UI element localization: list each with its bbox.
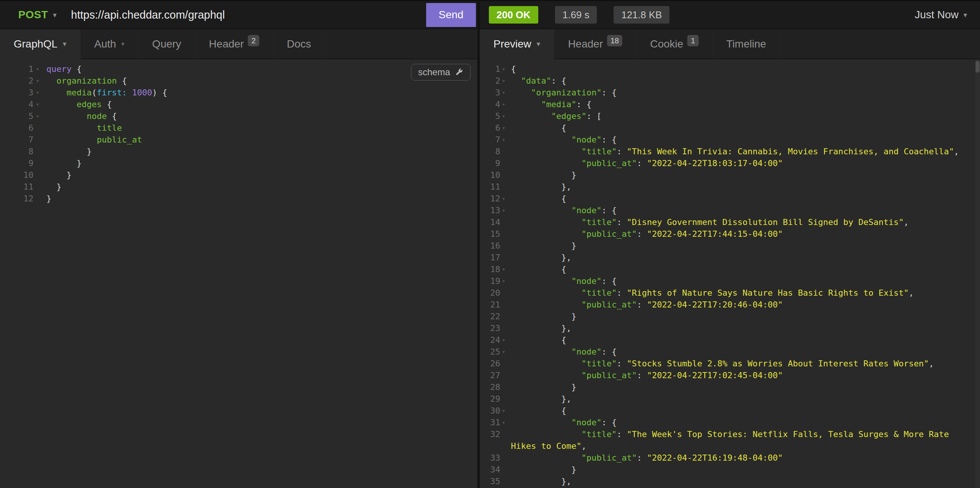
fold-caret-icon[interactable]: ▾ xyxy=(33,110,46,122)
code-line: 9 } xyxy=(0,157,477,169)
code-line: 20 "title": "Rights of Nature Says Natur… xyxy=(480,287,980,299)
tab-auth[interactable]: Auth ▾ xyxy=(81,29,139,59)
line-number: 18 xyxy=(480,263,500,275)
fold-caret-icon[interactable]: ▾ xyxy=(500,263,511,275)
fold-caret-icon[interactable]: ▾ xyxy=(500,205,511,216)
response-preview-editor[interactable]: 1▾{2▾ "data": {3▾ "organization": {4▾ "m… xyxy=(480,59,980,488)
code-line: 26 "title": "Stocks Stumble 2.8% as Worr… xyxy=(480,358,980,369)
line-number: 14 xyxy=(480,216,500,228)
chevron-down-icon[interactable]: ▾ xyxy=(53,11,57,19)
code-text: "edges": [ xyxy=(511,110,601,122)
line-number: 34 xyxy=(480,464,500,475)
code-line: 17 }, xyxy=(480,251,980,263)
fold-caret-placeholder xyxy=(500,475,511,487)
line-number: 22 xyxy=(480,310,500,322)
code-line: 11 } xyxy=(0,181,477,193)
history-label: Just Now xyxy=(915,9,958,21)
fold-caret-icon[interactable]: ▾ xyxy=(500,99,511,110)
code-text: } xyxy=(46,169,72,181)
fold-caret-icon[interactable]: ▾ xyxy=(500,405,511,416)
code-text: "title": "Rights of Nature Says Nature H… xyxy=(511,287,914,299)
line-number: 32 xyxy=(480,428,500,440)
code-text: "node": { xyxy=(511,134,617,146)
fold-caret-placeholder xyxy=(500,381,511,393)
line-number: 7 xyxy=(480,134,500,146)
code-line: Hikes to Come", xyxy=(480,440,980,452)
line-number: 31 xyxy=(480,416,500,428)
code-text: { xyxy=(511,122,566,134)
code-text: "title": "Stocks Stumble 2.8% as Worries… xyxy=(511,358,934,369)
tab-preview[interactable]: Preview ▾ xyxy=(480,29,554,59)
fold-caret-placeholder xyxy=(33,122,46,134)
line-number: 12 xyxy=(0,193,33,205)
code-text: "title": "The Week's Top Stories: Netfli… xyxy=(511,428,949,440)
tab-timeline[interactable]: Timeline xyxy=(713,29,780,59)
code-text: "public_at": "2022-04-22T17:02:45-04:00" xyxy=(511,369,783,381)
tab-query[interactable]: Query xyxy=(138,29,195,59)
code-line: 5▾ node { xyxy=(0,110,477,122)
code-text: { xyxy=(511,193,566,205)
fold-caret-icon[interactable]: ▾ xyxy=(500,63,511,75)
fold-caret-icon[interactable]: ▾ xyxy=(33,63,46,75)
fold-caret-icon[interactable]: ▾ xyxy=(500,193,511,205)
code-line: 18▾ { xyxy=(480,263,980,275)
tab-label: Header xyxy=(568,38,603,50)
code-line: 4▾ edges { xyxy=(0,99,477,110)
fold-caret-icon[interactable]: ▾ xyxy=(500,275,511,287)
fold-caret-icon[interactable]: ▾ xyxy=(500,110,511,122)
scrollbar-track[interactable] xyxy=(975,59,980,488)
line-number: 2 xyxy=(0,75,33,87)
code-line: 24▾ { xyxy=(480,334,980,346)
fold-caret-icon[interactable]: ▾ xyxy=(500,134,511,146)
code-text: } xyxy=(511,310,576,322)
send-button[interactable]: Send xyxy=(426,3,476,27)
fold-caret-icon[interactable]: ▾ xyxy=(500,122,511,134)
line-number: 33 xyxy=(480,452,500,464)
code-line: 22 } xyxy=(480,310,980,322)
fold-caret-icon[interactable]: ▾ xyxy=(500,87,511,99)
tab-docs[interactable]: Docs xyxy=(273,29,325,59)
code-text: } xyxy=(511,240,576,251)
api-client-window: POST ▾ https://api.cheddar.com/graphql S… xyxy=(0,0,980,488)
fold-caret-icon[interactable]: ▾ xyxy=(500,334,511,346)
fold-caret-icon[interactable]: ▾ xyxy=(500,346,511,358)
fold-caret-placeholder xyxy=(500,310,511,322)
method-dropdown[interactable]: POST xyxy=(18,9,48,21)
line-number: 9 xyxy=(480,157,500,169)
code-text: public_at xyxy=(46,134,142,146)
line-number: 1 xyxy=(0,63,33,75)
tab-response-header[interactable]: Header 18 xyxy=(554,29,636,59)
line-number: 8 xyxy=(0,146,33,157)
tab-request-header[interactable]: Header 2 xyxy=(196,29,273,59)
line-number: 13 xyxy=(480,205,500,216)
graphql-query-editor[interactable]: 1▾query {2▾ organization {3▾ media(first… xyxy=(0,59,477,488)
fold-caret-icon[interactable]: ▾ xyxy=(33,99,46,110)
code-line: 1▾{ xyxy=(480,63,980,75)
code-line: 7▾ "node": { xyxy=(480,134,980,146)
scrollbar-thumb[interactable] xyxy=(975,61,980,73)
fold-caret-placeholder xyxy=(500,358,511,369)
response-json-code: 1▾{2▾ "data": {3▾ "organization": {4▾ "m… xyxy=(480,63,980,488)
code-line: 32 "title": "The Week's Top Stories: Net… xyxy=(480,428,980,440)
code-text: "public_at": "2022-04-22T17:20:46-04:00" xyxy=(511,299,783,310)
fold-caret-icon[interactable]: ▾ xyxy=(33,87,46,99)
schema-button[interactable]: schema xyxy=(411,64,471,81)
code-line: 27 "public_at": "2022-04-22T17:02:45-04:… xyxy=(480,369,980,381)
tab-label: Header xyxy=(209,38,244,50)
code-text: "public_at": "2022-04-22T18:03:17-04:00" xyxy=(511,157,783,169)
code-text: "node": { xyxy=(511,346,617,358)
url-input[interactable]: https://api.cheddar.com/graphql xyxy=(71,9,225,21)
tab-graphql-body[interactable]: GraphQL ▾ xyxy=(0,29,81,59)
fold-caret-icon[interactable]: ▾ xyxy=(33,75,46,87)
code-line: 10 } xyxy=(480,169,980,181)
code-text: "organization": { xyxy=(511,87,617,99)
fold-caret-icon[interactable]: ▾ xyxy=(500,416,511,428)
tab-cookie[interactable]: Cookie 1 xyxy=(636,29,713,59)
line-number: 12 xyxy=(480,193,500,205)
code-text: "media": { xyxy=(511,99,592,110)
fold-caret-icon[interactable]: ▾ xyxy=(500,75,511,87)
history-dropdown[interactable]: Just Now ▾ xyxy=(915,9,967,21)
line-number: 4 xyxy=(0,99,33,110)
fold-caret-placeholder xyxy=(33,169,46,181)
line-number: 11 xyxy=(0,181,33,193)
